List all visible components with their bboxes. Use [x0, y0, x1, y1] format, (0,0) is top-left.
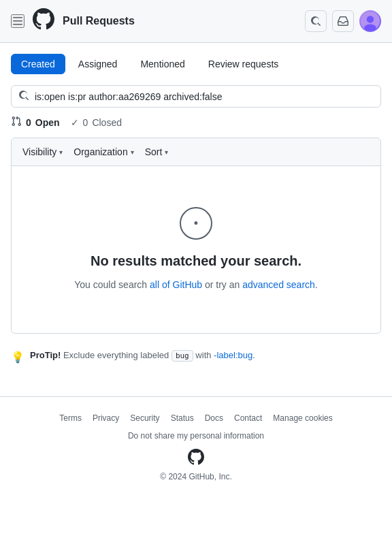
- all-github-link[interactable]: all of GitHub: [150, 279, 202, 290]
- open-count: 0: [26, 117, 31, 128]
- inbox-button[interactable]: [332, 10, 354, 32]
- visibility-caret-icon: ▾: [59, 148, 63, 156]
- search-input[interactable]: [35, 91, 374, 102]
- svg-point-1: [367, 16, 374, 23]
- footer-status[interactable]: Status: [171, 413, 194, 423]
- tabs-nav: Created Assigned Mentioned Review reques…: [11, 54, 381, 74]
- tab-review-requests[interactable]: Review requests: [198, 54, 289, 74]
- empty-desc-middle: or try an: [202, 279, 242, 290]
- footer-copyright: © 2024 GitHub, Inc.: [11, 472, 381, 481]
- avatar[interactable]: [359, 10, 381, 32]
- search-bar: [11, 85, 381, 108]
- main-content: Created Assigned Mentioned Review reques…: [0, 43, 392, 396]
- pr-open-icon: [11, 116, 22, 129]
- check-icon: ✓: [71, 117, 79, 128]
- footer-dnsmpi: Do not share my personal information: [11, 431, 381, 441]
- footer-privacy[interactable]: Privacy: [93, 413, 119, 423]
- footer-logo: [11, 449, 381, 469]
- empty-state: No results matched your search. You coul…: [12, 166, 380, 333]
- tab-mentioned[interactable]: Mentioned: [130, 54, 195, 74]
- footer-docs[interactable]: Docs: [205, 413, 223, 423]
- open-stat: 0 Open: [11, 116, 60, 129]
- footer-logo-section: © 2024 GitHub, Inc.: [11, 449, 381, 481]
- hamburger-button[interactable]: [11, 14, 24, 28]
- page-title: Pull Requests: [63, 15, 297, 27]
- open-label: Open: [35, 117, 60, 128]
- protip-middle: with: [193, 350, 214, 360]
- footer-manage-cookies[interactable]: Manage cookies: [273, 413, 332, 423]
- empty-title: No results matched your search.: [91, 253, 301, 269]
- results-toolbar: Visibility ▾ Organization ▾ Sort ▾: [12, 138, 380, 166]
- tab-created[interactable]: Created: [11, 54, 65, 74]
- lightbulb-icon: 💡: [11, 351, 24, 364]
- protip-text: ProTip! Exclude everything labeled bug w…: [30, 350, 255, 362]
- footer-terms[interactable]: Terms: [59, 413, 82, 423]
- site-footer: Terms Privacy Security Status Docs Conta…: [0, 396, 392, 498]
- closed-label: Closed: [92, 117, 122, 128]
- results-box: Visibility ▾ Organization ▾ Sort ▾ No re…: [11, 138, 381, 334]
- tab-assigned[interactable]: Assigned: [68, 54, 128, 74]
- app-header: Pull Requests: [0, 0, 392, 43]
- sort-filter[interactable]: Sort ▾: [145, 144, 169, 160]
- footer-links: Terms Privacy Security Status Docs Conta…: [11, 413, 381, 423]
- search-icon: [18, 90, 29, 103]
- empty-icon: [180, 207, 212, 240]
- closed-count: 0: [83, 117, 88, 128]
- organization-filter[interactable]: Organization ▾: [74, 144, 133, 160]
- protip-link[interactable]: -label:bug: [214, 350, 252, 360]
- header-actions: [305, 10, 381, 32]
- bug-badge: bug: [172, 350, 193, 362]
- protip-after: .: [252, 350, 255, 360]
- organization-caret-icon: ▾: [131, 148, 134, 156]
- protip-before: Exclude everything labeled: [61, 350, 172, 360]
- protip-label: ProTip!: [30, 350, 61, 360]
- advanced-search-link[interactable]: advanced search: [242, 279, 315, 290]
- footer-contact[interactable]: Contact: [234, 413, 262, 423]
- empty-desc-before: You could search: [74, 279, 150, 290]
- empty-description: You could search all of GitHub or try an…: [74, 277, 318, 292]
- visibility-filter[interactable]: Visibility ▾: [22, 144, 63, 160]
- closed-stat: ✓ 0 Closed: [71, 117, 122, 128]
- footer-dnsmpi-link[interactable]: Do not share my personal information: [128, 431, 264, 441]
- footer-security[interactable]: Security: [130, 413, 159, 423]
- protip-section: 💡 ProTip! Exclude everything labeled bug…: [11, 345, 381, 369]
- empty-desc-after: .: [315, 279, 318, 290]
- sort-caret-icon: ▾: [165, 148, 168, 156]
- search-button[interactable]: [305, 10, 327, 32]
- github-logo[interactable]: [33, 8, 54, 34]
- stats-bar: 0 Open ✓ 0 Closed: [11, 116, 381, 129]
